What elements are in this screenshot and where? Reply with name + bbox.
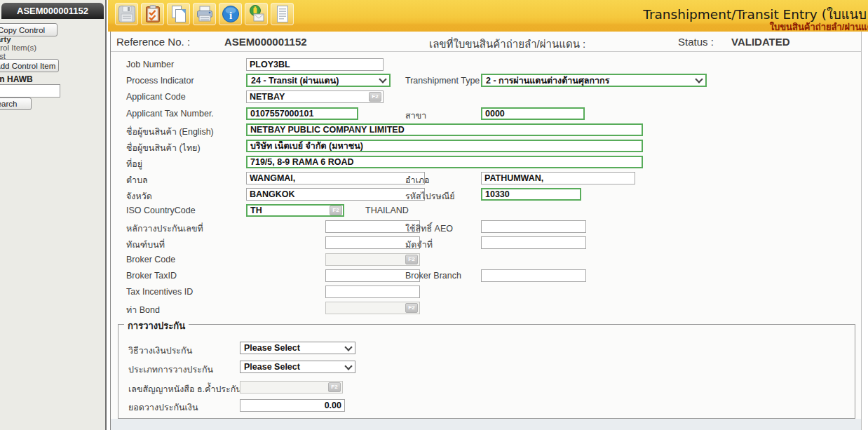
aeo-input[interactable] — [481, 220, 586, 233]
transhipment-type-label: Transhipment Type — [405, 76, 480, 86]
guarantee-amount-label: ยอดวางประกันเงิน — [128, 401, 198, 415]
row-broker-taxid: Broker TaxID Broker Branch — [111, 269, 861, 283]
svg-text:i: i — [229, 10, 231, 21]
province-input[interactable] — [246, 188, 425, 201]
guarantee-method-value: Please Select — [244, 343, 300, 353]
save-icon — [117, 4, 137, 24]
guarantee-type-label: ประเภทการวางประกัน — [128, 363, 213, 377]
job-number-input[interactable] — [246, 58, 384, 71]
toolbar-buttons: i — [115, 3, 294, 25]
applicant-tax-number-input[interactable] — [246, 107, 358, 120]
tax-incentives-id-input[interactable] — [325, 285, 420, 298]
deposit-no-input[interactable] — [481, 236, 586, 249]
broker-branch-label: Broker Branch — [405, 271, 461, 281]
subdistrict-label: ตำบล — [126, 173, 148, 187]
reference-value: ASEM000001152 — [224, 36, 307, 48]
applicant-code-input[interactable] — [246, 90, 384, 103]
chevron-down-icon — [344, 343, 352, 351]
toolbar: i Transhipment/Transit Entry ( — [108, 0, 868, 32]
page-subtitle: ใบขนสินค้าถ่ายลำ/ผ่านแดน — [770, 20, 868, 32]
row-consignor-th: ชื่อผู้ขนสินค้า (ไทย) — [111, 139, 861, 154]
row-applicant-tax: Applicant Tax Number. สาขา — [111, 107, 861, 121]
row-bond-port: ท่า Bond F2 — [111, 301, 861, 316]
row-province: จังหวัด รหัสไปรษณีย์ — [111, 187, 861, 202]
add-control-item-button[interactable]: Add Control Item — [0, 59, 59, 72]
guarantee-amount-input[interactable] — [240, 399, 345, 412]
control-items-link[interactable]: Control Item(s) — [0, 43, 36, 52]
reference-label: Reference No. : — [116, 36, 190, 48]
applicant-code-label: Applicant Code — [126, 92, 186, 102]
row-broker-code: Broker Code F2 — [111, 253, 861, 267]
party-label: Party — [0, 35, 11, 43]
applicant-tax-number-label: Applicant Tax Number. — [126, 109, 214, 119]
f2-lookup-badge: F2 — [330, 206, 342, 215]
branch-input[interactable] — [481, 107, 585, 120]
reference-row: Reference No. : ASEM000001152 เลขที่ใบขน… — [111, 32, 861, 52]
district-label: อำเภอ — [405, 173, 430, 187]
row-bank-guarantee-no: เลขสัญญาหนังสือ ธ.ค้ำประกัน F2 — [118, 380, 855, 395]
row-guarantee-type: ประเภทการวางประกัน Please Select — [118, 361, 855, 375]
guarantee-section: การวางประกัน วิธีวางเงินประกัน Please Se… — [118, 324, 855, 419]
broker-taxid-label: Broker TaxID — [126, 271, 177, 281]
process-indicator-label: Process Indicator — [126, 76, 194, 86]
process-indicator-select[interactable]: 24 - Transit (ผ่านแดน) — [246, 74, 391, 87]
broker-code-label: Broker Code — [126, 255, 175, 264]
bonded-no-label: ทัณฑ์บนที่ — [126, 238, 165, 252]
consignor-name-th-label: ชื่อผู้ขนสินค้า (ไทย) — [126, 141, 201, 155]
hawb-label: Scan HAWB — [0, 74, 33, 84]
guarantee-type-select[interactable]: Please Select — [240, 361, 355, 373]
guarantee-type-value: Please Select — [244, 362, 300, 372]
subdistrict-input[interactable] — [246, 172, 425, 184]
row-iso-country: ISO CountryCode F2 THAILAND — [111, 203, 861, 218]
row-subdistrict: ตำบล อำเภอ — [111, 171, 861, 186]
main-panel: Reference No. : ASEM000001152 เลขที่ใบขน… — [110, 32, 862, 430]
hawb-input[interactable] — [0, 84, 60, 98]
row-bonded-no: ทัณฑ์บนที่ มัดจำที่ — [111, 236, 861, 250]
tax-incentives-id-label: Tax Incentives ID — [126, 287, 193, 297]
row-consignor-en: ชื่อผู้ขนสินค้า (English) — [111, 123, 861, 137]
f2-lookup-badge: F2 — [369, 92, 381, 102]
copy-button[interactable] — [167, 3, 190, 25]
document-button[interactable] — [271, 3, 294, 25]
consignor-name-en-label: ชื่อผู้ขนสินค้า (English) — [126, 125, 214, 139]
validate-icon — [143, 4, 163, 24]
guarantee-method-label: วิธีวางเงินประกัน — [128, 344, 192, 358]
bank-guarantee-no-input[interactable] — [240, 381, 343, 394]
iso-country-code-label: ISO CountryCode — [126, 206, 196, 215]
info-button[interactable]: i — [219, 3, 242, 25]
country-name-text: THAILAND — [365, 206, 409, 215]
postal-code-input[interactable] — [481, 188, 581, 201]
status-label: Status : — [678, 36, 714, 48]
send-button[interactable] — [245, 3, 268, 25]
print-icon — [195, 4, 215, 24]
print-button[interactable] — [193, 3, 216, 25]
address-label: ที่อยู่ — [126, 157, 142, 171]
chevron-down-icon — [695, 75, 703, 83]
transhipment-type-select[interactable]: 2 - การผ่านแดนต่างด้านศุลกากร — [481, 74, 707, 87]
f2-lookup-badge: F2 — [405, 303, 418, 313]
deposit-no-label: มัดจำที่ — [405, 238, 433, 252]
consignor-name-th-input[interactable] — [246, 140, 643, 152]
row-address: ที่อยู่ — [111, 155, 861, 170]
broker-branch-input[interactable] — [481, 269, 586, 282]
row-guarantee-method: วิธีวางเงินประกัน Please Select — [118, 342, 855, 356]
send-icon — [247, 4, 266, 24]
row-job-number: Job Number — [111, 58, 861, 72]
f2-lookup-badge: F2 — [328, 382, 341, 392]
save-button[interactable] — [115, 3, 138, 25]
bank-guarantee-no-label: เลขสัญญาหนังสือ ธ.ค้ำประกัน — [128, 382, 242, 396]
district-input[interactable] — [481, 172, 635, 184]
guarantee-method-select[interactable]: Please Select — [240, 342, 355, 354]
row-tax-incentives: Tax Incentives ID — [111, 285, 861, 300]
validate-button[interactable] — [141, 3, 164, 25]
row-applicant-code: Applicant Code F2 — [111, 90, 861, 105]
process-indicator-value: 24 - Transit (ผ่านแดน) — [251, 74, 339, 88]
job-number-label: Job Number — [126, 60, 174, 69]
sidebar-title: ASEM000001152 — [1, 3, 104, 19]
f2-lookup-badge: F2 — [405, 255, 418, 264]
bottom-strip — [111, 419, 861, 430]
consignor-name-en-input[interactable] — [246, 123, 643, 136]
address-input[interactable] — [246, 156, 643, 168]
aeo-label: ใช้สิทธิ์ AEO — [405, 222, 453, 236]
search-button[interactable]: Search — [0, 98, 32, 110]
